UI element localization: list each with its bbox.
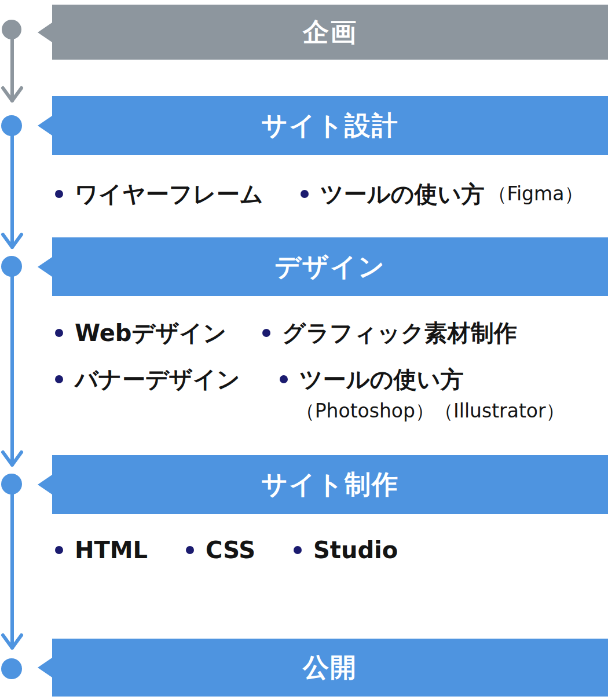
list-item: ツールの使い方 （Photoshop）（Illustrator）: [280, 363, 565, 424]
banner-design: デザイン: [52, 237, 608, 296]
banner-publish: 公開: [52, 639, 608, 697]
left-notch-icon: [38, 116, 52, 135]
list-item-label: ツールの使い方: [299, 363, 464, 395]
phase-title: サイト制作: [261, 467, 399, 502]
list-item-label: ツールの使い方: [320, 178, 485, 210]
list-item: ツールの使い方 （Figma）: [301, 178, 584, 210]
list-item: バナーデザイン: [55, 363, 240, 395]
banner-planning: 企画: [52, 5, 608, 60]
bullet-icon: [294, 546, 302, 554]
timeline-node-icon-4: [1, 474, 22, 494]
site-design-skill-list: ワイヤーフレーム ツールの使い方 （Figma）: [55, 178, 583, 210]
timeline: [0, 0, 32, 700]
list-row: Webデザイン グラフィック素材制作: [55, 317, 565, 349]
bullet-icon: [262, 329, 270, 337]
list-item-main: ツールの使い方: [280, 363, 565, 395]
list-item-label: ワイヤーフレーム: [75, 178, 263, 210]
left-notch-icon: [38, 475, 52, 494]
list-row: バナーデザイン ツールの使い方 （Photoshop）（Illustrator）: [55, 363, 565, 424]
timeline-node-icon-1: [2, 20, 21, 39]
workflow-diagram: 企画 サイト設計 ワイヤーフレーム ツールの使い方 （Figma） デザイン W…: [0, 0, 608, 700]
list-item-label: Studio: [313, 534, 398, 566]
list-item-label: CSS: [206, 534, 255, 566]
design-skill-list: Webデザイン グラフィック素材制作 バナーデザイン ツールの使い方 （Phot…: [55, 317, 565, 424]
phase-title: 公開: [303, 650, 357, 685]
list-item: ワイヤーフレーム: [55, 178, 263, 210]
bullet-icon: [280, 375, 288, 383]
list-item: グラフィック素材制作: [262, 317, 517, 349]
list-item: CSS: [186, 534, 255, 566]
list-item: Studio: [294, 534, 398, 566]
phase-title: デザイン: [274, 250, 386, 284]
left-notch-icon: [38, 658, 52, 677]
bullet-icon: [55, 190, 63, 198]
list-item-label: HTML: [75, 534, 148, 566]
bullet-icon: [55, 546, 63, 554]
left-notch-icon: [38, 23, 52, 42]
banner-site-design: サイト設計: [52, 96, 608, 155]
timeline-node-icon-2: [1, 115, 22, 136]
bullet-icon: [301, 190, 309, 198]
list-item-label: Webデザイン: [75, 317, 226, 349]
list-item-label: グラフィック素材制作: [282, 317, 517, 349]
list-item: HTML: [55, 534, 148, 566]
list-item-note: （Photoshop）（Illustrator）: [296, 398, 565, 424]
list-item: Webデザイン: [55, 317, 226, 349]
list-item-label: バナーデザイン: [75, 363, 240, 395]
site-build-skill-list: HTML CSS Studio: [55, 534, 398, 566]
bullet-icon: [55, 375, 63, 383]
list-item-note: （Figma）: [488, 178, 583, 210]
timeline-node-icon-5: [1, 658, 22, 679]
phase-title: 企画: [303, 15, 357, 50]
phase-title: サイト設計: [261, 108, 399, 143]
timeline-node-icon-3: [1, 256, 22, 277]
bullet-icon: [55, 329, 63, 337]
left-notch-icon: [38, 257, 52, 277]
bullet-icon: [186, 546, 194, 554]
banner-site-build: サイト制作: [52, 455, 608, 514]
